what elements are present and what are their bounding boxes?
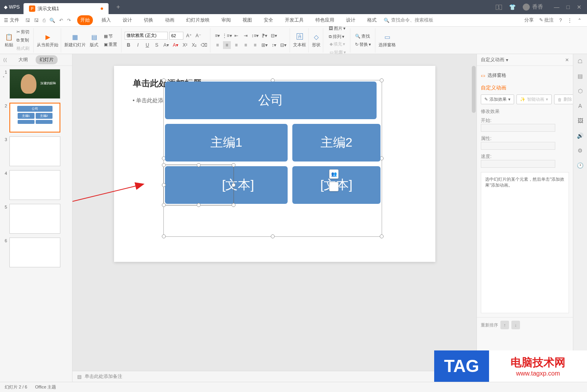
tab-slideshow[interactable]: 幻灯片放映 bbox=[183, 15, 213, 25]
print-preview-icon[interactable]: 🔍 bbox=[49, 18, 55, 23]
replace-button[interactable]: ↻ 替换▾ bbox=[353, 41, 373, 48]
thumbnail-6[interactable] bbox=[9, 238, 60, 267]
indent-dec-button[interactable]: ⇤ bbox=[232, 32, 240, 40]
indent-inc-button[interactable]: ⇥ bbox=[242, 32, 250, 40]
line-spacing-button[interactable]: ↕≡▾ bbox=[251, 32, 259, 40]
help-button[interactable]: ? bbox=[559, 18, 562, 23]
section-button[interactable]: ▦ 节 bbox=[102, 33, 119, 40]
thumb-row-3[interactable]: 3 bbox=[2, 136, 71, 166]
superscript-button[interactable]: X² bbox=[181, 41, 189, 49]
numbering-button[interactable]: ⋮≡▾ bbox=[223, 32, 231, 40]
font-color-button[interactable]: A▾ bbox=[172, 41, 179, 49]
comment-button[interactable]: ✎ 批注 bbox=[539, 17, 554, 24]
bullets-button[interactable]: ≡▾ bbox=[214, 32, 221, 40]
canvas-scroll[interactable]: 单击此处添加标题 • 单击此处添 公司 主编1 bbox=[72, 54, 476, 371]
smartart-box-company[interactable]: 公司 bbox=[165, 82, 377, 119]
tab-review[interactable]: 审阅 bbox=[218, 15, 234, 25]
save-as-icon[interactable]: 🖫 bbox=[34, 18, 39, 23]
align-right-button[interactable]: ≡ bbox=[232, 41, 240, 49]
thumbnail-5[interactable] bbox=[9, 204, 60, 234]
tab-design2[interactable]: 设计 bbox=[343, 15, 359, 25]
increase-font-button[interactable]: A⁺ bbox=[185, 32, 193, 40]
add-effect-button[interactable]: ✎ 添加效果 ▾ bbox=[481, 94, 514, 104]
side-clock-icon[interactable]: 🕐 bbox=[576, 162, 584, 169]
vertical-scrollbar[interactable] bbox=[472, 66, 476, 113]
thumb-row-1[interactable]: 1 ⋆ 深邃的眼眸 bbox=[2, 69, 71, 99]
select-pane-link[interactable]: ▭ 选择窗格 bbox=[481, 70, 569, 81]
strike-button[interactable]: S bbox=[153, 41, 161, 49]
redo-icon[interactable]: ↷ bbox=[67, 18, 71, 23]
speed-select[interactable] bbox=[481, 160, 555, 168]
collapse-panel-icon[interactable]: ⟨⟨ bbox=[3, 57, 7, 63]
new-slide-icon[interactable]: ▦ bbox=[71, 33, 80, 41]
align-left-button[interactable]: ≡ bbox=[214, 41, 221, 49]
find-button[interactable]: 🔍 查找 bbox=[353, 33, 373, 40]
save-icon[interactable]: 🖫 bbox=[25, 18, 30, 23]
move-up-button[interactable]: ↑ bbox=[500, 321, 509, 329]
format-painter-button[interactable]: 格式刷 bbox=[15, 45, 31, 52]
thumb-row-4[interactable]: 4 bbox=[2, 170, 71, 200]
spacing-button[interactable]: ↕▾ bbox=[270, 41, 278, 49]
smartart-edit-button[interactable]: ✎ bbox=[329, 182, 339, 191]
underline-button[interactable]: U bbox=[143, 41, 151, 49]
app-logo[interactable]: ◆ WPS bbox=[0, 4, 24, 10]
tab-special[interactable]: 特色应用 bbox=[312, 15, 337, 25]
layout-icon[interactable]: ▤ bbox=[90, 33, 98, 41]
tab-security[interactable]: 安全 bbox=[261, 15, 276, 25]
ribbon-options[interactable]: ⋮ bbox=[567, 18, 572, 23]
side-tool-icon[interactable]: ⚙ bbox=[576, 147, 584, 154]
align-justify-button[interactable]: ≡ bbox=[242, 41, 250, 49]
outline-tab[interactable]: 大纲 bbox=[14, 55, 32, 64]
badge-icon[interactable]: 1 bbox=[496, 5, 502, 10]
content-placeholder[interactable]: • 单击此处添 bbox=[133, 97, 164, 104]
side-audio-icon[interactable]: 🔊 bbox=[576, 132, 584, 140]
side-image-icon[interactable]: 🖼 bbox=[576, 117, 584, 125]
shape-icon[interactable]: ◇ bbox=[312, 33, 321, 41]
user-area[interactable]: 香香 bbox=[523, 4, 543, 11]
tab-developer[interactable]: 开发工具 bbox=[282, 15, 307, 25]
delete-effect-button[interactable]: 🗑 删除 bbox=[554, 94, 576, 104]
smartart-box-text1[interactable]: [文本] bbox=[165, 166, 288, 204]
reset-button[interactable]: ▣ 重置 bbox=[102, 41, 119, 48]
tab-insert[interactable]: 插入 bbox=[98, 15, 114, 25]
play-icon[interactable]: ▶ bbox=[43, 33, 52, 41]
tab-animation[interactable]: 动画 bbox=[162, 15, 178, 25]
bold-button[interactable]: B bbox=[125, 41, 132, 49]
print-icon[interactable]: ⎙ bbox=[43, 18, 45, 23]
notes-bar[interactable]: ▤ 单击此处添加备注 bbox=[72, 371, 476, 382]
select-pane-icon[interactable]: ▭ bbox=[383, 33, 391, 41]
minimize-button[interactable]: — bbox=[554, 4, 560, 10]
file-menu[interactable]: ☰ 文件 bbox=[0, 17, 23, 24]
clear-format-button[interactable]: ⌫ bbox=[200, 41, 208, 49]
tab-transition[interactable]: 切换 bbox=[141, 15, 156, 25]
dropdown-icon[interactable]: ▾ bbox=[506, 57, 508, 63]
paste-icon[interactable]: 📋 bbox=[5, 33, 13, 41]
decrease-font-button[interactable]: A⁻ bbox=[194, 32, 202, 40]
align-center-button[interactable]: ≡ bbox=[223, 41, 231, 49]
side-format-icon[interactable]: ⬡ bbox=[576, 87, 584, 95]
thumb-row-6[interactable]: 6 bbox=[2, 238, 71, 267]
cut-button[interactable]: ✂ 剪切 bbox=[15, 28, 31, 36]
para-more-button[interactable]: ⊟▾ bbox=[279, 41, 287, 49]
maximize-button[interactable]: □ bbox=[567, 4, 570, 10]
smart-animation-button[interactable]: ✨ 智能动画 ▾ bbox=[516, 94, 552, 104]
tab-home[interactable]: 开始 bbox=[77, 15, 93, 25]
smartart-options-button[interactable]: 👥 bbox=[329, 169, 339, 179]
arrange-button[interactable]: ⧉ 排列▾ bbox=[327, 33, 347, 40]
undo-icon[interactable]: ↶ bbox=[59, 18, 63, 23]
side-home-icon[interactable]: ☖ bbox=[576, 57, 584, 65]
document-tab[interactable]: P 演示文稿1 bbox=[24, 3, 109, 14]
close-button[interactable]: ✕ bbox=[577, 4, 582, 10]
side-text-icon[interactable]: A bbox=[576, 102, 584, 110]
distribute-button[interactable]: ≡ bbox=[251, 41, 259, 49]
thumbnail-4[interactable] bbox=[9, 170, 60, 200]
slides-tab[interactable]: 幻灯片 bbox=[36, 55, 58, 64]
tab-design[interactable]: 设计 bbox=[120, 15, 135, 25]
columns-button[interactable]: ⊞▾ bbox=[261, 41, 268, 49]
smartart-box-editor2[interactable]: 主编2 bbox=[292, 124, 380, 162]
smartart-box-editor1[interactable]: 主编1 bbox=[165, 124, 288, 162]
subscript-button[interactable]: X₂ bbox=[190, 41, 198, 49]
textbox-icon[interactable]: 🄰 bbox=[295, 33, 304, 41]
smartart-diagram[interactable]: 公司 主编1 主编2 [文本] bbox=[165, 82, 380, 209]
thumb-row-2[interactable]: 2 公司 主编1 主编2 bbox=[2, 103, 71, 132]
